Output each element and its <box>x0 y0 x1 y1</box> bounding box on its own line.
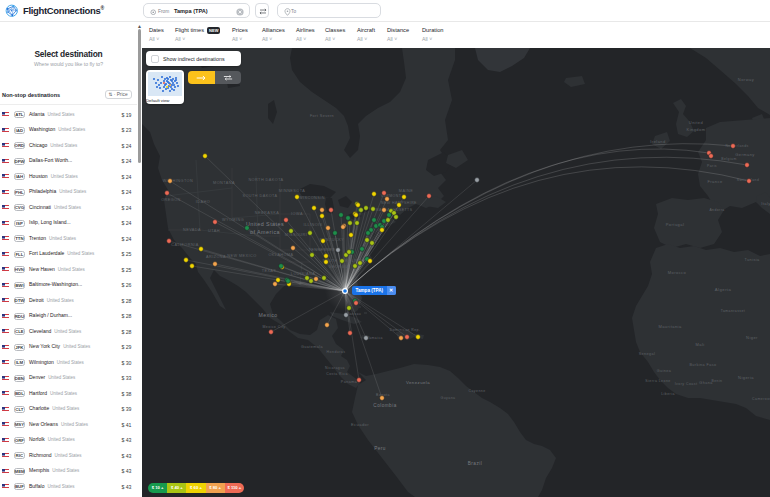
svg-text:MINNESOTA: MINNESOTA <box>279 189 305 193</box>
svg-text:OREGON: OREGON <box>161 198 181 202</box>
svg-text:Italy: Italy <box>761 201 770 206</box>
svg-text:Colombia: Colombia <box>373 403 396 408</box>
svg-text:France: France <box>707 179 722 184</box>
svg-text:Nigeria: Nigeria <box>738 375 754 380</box>
svg-text:Venezuela: Venezuela <box>406 380 430 385</box>
svg-text:Cayenne: Cayenne <box>468 389 485 393</box>
svg-text:Guyana: Guyana <box>441 396 456 400</box>
svg-text:TEXAS: TEXAS <box>262 269 277 273</box>
svg-text:Andorra: Andorra <box>709 208 724 212</box>
svg-text:of America: of America <box>250 229 280 235</box>
svg-text:Ireland: Ireland <box>650 139 665 144</box>
svg-text:ARIZONA: ARIZONA <box>206 255 226 259</box>
svg-text:Nassau: Nassau <box>347 312 361 316</box>
svg-text:Germany: Germany <box>735 152 755 157</box>
svg-text:Cameroon: Cameroon <box>752 397 770 401</box>
svg-text:Jamaica: Jamaica <box>367 336 383 340</box>
svg-text:IDAHO: IDAHO <box>196 200 210 204</box>
svg-text:Portugal: Portugal <box>666 222 685 227</box>
svg-text:Tunisia: Tunisia <box>744 258 760 262</box>
svg-text:Mexico City: Mexico City <box>262 325 285 329</box>
svg-text:Fort Severn: Fort Severn <box>310 114 334 118</box>
svg-text:MONTANA: MONTANA <box>213 181 235 185</box>
svg-text:Mauritania: Mauritania <box>658 324 682 329</box>
svg-text:Guatemala: Guatemala <box>301 345 324 349</box>
svg-text:Morocco: Morocco <box>668 270 687 275</box>
svg-text:MAINE: MAINE <box>399 189 413 193</box>
svg-text:Mexico: Mexico <box>258 312 277 318</box>
svg-text:Dominican Rep.: Dominican Rep. <box>390 328 420 332</box>
svg-text:Paris: Paris <box>707 164 717 168</box>
svg-text:Senegal: Senegal <box>639 352 656 356</box>
svg-text:GEORGIA: GEORGIA <box>329 265 349 269</box>
svg-text:TENNESSEE: TENNESSEE <box>308 248 335 252</box>
svg-text:Sierra Leone: Sierra Leone <box>645 379 670 383</box>
svg-text:CALIFORNIA: CALIFORNIA <box>171 243 198 247</box>
svg-text:OKLAHOMA: OKLAHOMA <box>268 253 293 257</box>
svg-text:Netherlands: Netherlands <box>725 144 748 148</box>
svg-text:NORTH DAKOTA: NORTH DAKOTA <box>248 178 283 182</box>
svg-text:Kingdom: Kingdom <box>687 127 706 132</box>
svg-text:Algeria: Algeria <box>715 287 732 292</box>
svg-text:Mali: Mali <box>695 342 704 347</box>
svg-text:Burkina Faso: Burkina Faso <box>689 363 716 367</box>
svg-text:SOUTH DAKOTA: SOUTH DAKOTA <box>242 194 277 198</box>
svg-text:Liberia: Liberia <box>661 392 675 396</box>
svg-text:WYOMING: WYOMING <box>222 218 244 222</box>
svg-text:United States: United States <box>246 221 284 227</box>
svg-text:MISSOURI: MISSOURI <box>285 233 307 237</box>
svg-text:ILLINOIS: ILLINOIS <box>303 223 322 227</box>
svg-text:NEVADA: NEVADA <box>183 228 201 232</box>
svg-text:Ivory Coast: Ivory Coast <box>675 382 698 386</box>
svg-text:IOWA: IOWA <box>291 212 303 216</box>
svg-text:UTAH: UTAH <box>208 229 220 233</box>
svg-text:NEW MEXICO: NEW MEXICO <box>227 254 256 258</box>
svg-text:Nicaragua: Nicaragua <box>325 366 345 370</box>
svg-text:LOUISIANA: LOUISIANA <box>291 272 315 276</box>
svg-text:Honduras: Honduras <box>327 350 346 354</box>
svg-text:Guinea: Guinea <box>657 369 672 373</box>
svg-text:United: United <box>689 120 703 125</box>
svg-text:Brazil: Brazil <box>468 461 482 466</box>
svg-text:Panama: Panama <box>341 380 358 384</box>
svg-text:Costa Rica: Costa Rica <box>326 372 348 376</box>
svg-text:Niger: Niger <box>746 335 758 340</box>
svg-text:Norway: Norway <box>738 77 754 82</box>
svg-text:Tamanrasset: Tamanrasset <box>721 309 745 313</box>
svg-text:Belgium: Belgium <box>721 157 736 161</box>
svg-text:WISCONSIN: WISCONSIN <box>299 196 325 200</box>
svg-text:NEBRASKA: NEBRASKA <box>255 211 279 215</box>
svg-text:Ecuador: Ecuador <box>351 422 369 427</box>
svg-text:Peru: Peru <box>374 446 386 451</box>
svg-text:Benin: Benin <box>712 379 723 383</box>
